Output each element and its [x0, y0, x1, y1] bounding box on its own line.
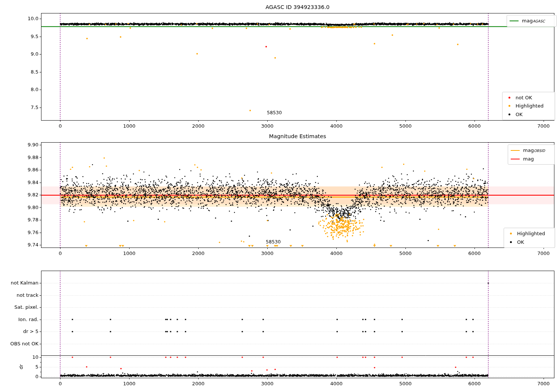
x-tick-label: 2000 — [192, 251, 205, 256]
dr-tick-label: 10 — [2, 354, 38, 360]
legend-quality-middle: Highlighted OK — [504, 228, 555, 248]
x-tick-label: 6000 — [468, 123, 480, 129]
x-tick-label: 2000 — [192, 381, 205, 386]
flag-row-label: not Kalman — [2, 280, 38, 286]
dr-tick-label: 5 — [2, 364, 38, 370]
y-tick-label: 10.0 — [2, 16, 38, 22]
y-tick-label: 9.82 — [2, 192, 38, 198]
legend-item-ok: OK — [505, 111, 551, 118]
legend-item-highlighted: Highlighted — [507, 230, 551, 237]
x-tick-label: 0 — [59, 123, 62, 129]
legend-item-highlighted: Highlighted — [505, 102, 551, 110]
dr-tick-label: 0 — [2, 374, 38, 380]
flag-row-label: OBS not OK — [2, 341, 38, 347]
legend-item-ok: OK — [507, 238, 551, 246]
y-tick-label: 9.86 — [2, 167, 38, 173]
x-tick-label: 0 — [59, 381, 62, 386]
legend-label: mag — [523, 155, 534, 163]
x-tick-label: 6000 — [468, 251, 480, 256]
legend-item-mag-agasc: magAGASC — [510, 17, 553, 25]
obsid-annotation-top: 58530 — [267, 110, 282, 115]
legend-label: OK — [517, 238, 524, 246]
legend-label: Highlighted — [516, 102, 544, 110]
y-tick-label: 9.90 — [2, 142, 38, 148]
x-tick-label: 1000 — [123, 251, 136, 256]
y-tick-label: 9.84 — [2, 180, 38, 186]
flag-row-label: dr > 5 — [2, 329, 38, 335]
x-tick-label: 5000 — [399, 381, 411, 386]
flag-row-label: Ion. rad. — [2, 317, 38, 323]
flag-row-label: not track — [2, 292, 38, 298]
plot-canvas — [0, 0, 560, 392]
y-tick-label: 9.78 — [2, 217, 38, 223]
legend-label: magAGASC — [522, 17, 545, 25]
y-tick-label: 9.76 — [2, 230, 38, 236]
obsid-annotation-middle: 58530 — [266, 239, 281, 245]
x-tick-label: 4000 — [330, 381, 342, 386]
mag-line-swatch — [511, 159, 520, 159]
x-tick-label: 5000 — [399, 251, 411, 256]
legend-item-not-ok: not OK — [505, 94, 551, 102]
y-tick-label: 9.5 — [2, 34, 38, 40]
x-tick-label: 7000 — [537, 251, 550, 256]
x-tick-label: 4000 — [330, 251, 342, 256]
x-tick-label: 3000 — [261, 123, 274, 129]
x-tick-label: 4000 — [330, 123, 342, 129]
top-plot-title: AGASC ID 394923336.0 — [265, 4, 330, 10]
legend-label: OK — [516, 111, 523, 118]
middle-plot-title: Magnitude Estimates — [269, 133, 326, 139]
highlighted-dot-swatch — [508, 105, 510, 107]
legend-label: magOBSID — [523, 146, 545, 155]
x-tick-label: 1000 — [123, 381, 136, 386]
y-tick-label: 9.80 — [2, 205, 38, 211]
mag-obsid-line-swatch — [511, 150, 520, 151]
x-tick-label: 2000 — [192, 123, 205, 129]
legend-mag-lines: magOBSID mag — [508, 144, 555, 165]
legend-item-mag-obsid: magOBSID — [511, 146, 551, 155]
legend-item-mag: mag — [511, 155, 551, 163]
highlighted-dot-swatch — [510, 233, 512, 234]
not-ok-dot-swatch — [508, 97, 510, 99]
y-tick-label: 9.74 — [2, 242, 38, 248]
x-tick-label: 5000 — [399, 123, 411, 129]
legend-quality-top: not OK Highlighted OK — [502, 92, 555, 120]
legend-mag-agasc: magAGASC — [507, 15, 557, 27]
x-tick-label: 6000 — [468, 381, 480, 386]
y-tick-label: 8.0 — [2, 87, 38, 93]
y-tick-label: 7.5 — [2, 105, 38, 111]
x-tick-label: 0 — [59, 251, 62, 256]
x-tick-label: 1000 — [123, 123, 136, 129]
y-tick-label: 8.5 — [2, 69, 38, 75]
flag-row-label: Sat. pixel. — [2, 304, 38, 310]
mag-agasc-line-swatch — [510, 21, 519, 21]
x-tick-label: 7000 — [537, 123, 550, 129]
legend-label: Highlighted — [517, 230, 545, 237]
ok-dot-swatch — [508, 113, 510, 115]
figure: AGASC ID 394923336.0 Magnitude Estimates… — [0, 0, 560, 392]
y-tick-label: 9.0 — [2, 51, 38, 57]
legend-label: not OK — [516, 94, 532, 102]
y-tick-label: 9.88 — [2, 155, 38, 161]
x-tick-label: 3000 — [261, 251, 274, 256]
ok-dot-swatch — [510, 241, 512, 243]
x-tick-label: 3000 — [261, 381, 274, 386]
x-tick-label: 7000 — [537, 381, 550, 386]
